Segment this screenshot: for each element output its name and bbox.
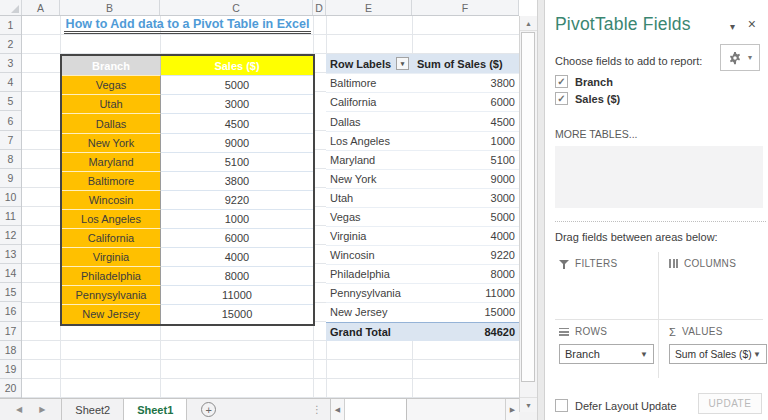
- row-header[interactable]: 15: [0, 283, 21, 302]
- pivot-label-cell[interactable]: Baltimore: [326, 74, 412, 92]
- sales-cell[interactable]: 9000: [161, 133, 313, 152]
- horizontal-scrollbar-track[interactable]: [407, 399, 505, 420]
- rows-field-dropdown[interactable]: Branch ▼: [559, 344, 654, 364]
- sales-cell[interactable]: 5000: [161, 75, 313, 94]
- row-header[interactable]: 18: [0, 341, 21, 360]
- branch-cell[interactable]: Baltimore: [62, 171, 161, 190]
- pivot-value-cell[interactable]: 9000: [412, 170, 519, 188]
- branch-cell[interactable]: Dallas: [62, 113, 161, 132]
- sales-cell[interactable]: 4000: [161, 247, 313, 266]
- next-sheet-icon[interactable]: ▶: [39, 405, 45, 414]
- update-button[interactable]: UPDATE: [698, 393, 762, 414]
- sales-cell[interactable]: 15000: [161, 304, 313, 323]
- row-header[interactable]: 13: [0, 245, 21, 264]
- row-header[interactable]: 10: [0, 188, 21, 207]
- sales-cell[interactable]: 5100: [161, 152, 313, 171]
- grand-total-value-cell[interactable]: 84620: [412, 323, 519, 341]
- sales-cell[interactable]: 3000: [161, 94, 313, 113]
- pivot-label-cell[interactable]: Los Angeles: [326, 132, 412, 150]
- pivot-value-cell[interactable]: 8000: [412, 265, 519, 283]
- horizontal-scrollbar[interactable]: ◀ ▶: [330, 399, 519, 420]
- branch-checkbox[interactable]: ✓: [555, 75, 568, 88]
- field-item-branch[interactable]: ✓ Branch: [555, 73, 620, 90]
- pivot-label-cell[interactable]: Dallas: [326, 112, 412, 130]
- pivot-label-cell[interactable]: Utah: [326, 189, 412, 207]
- pivot-label-cell[interactable]: Wincosin: [326, 246, 412, 264]
- branch-cell[interactable]: Pennysylvania: [62, 285, 161, 304]
- sales-cell[interactable]: 6000: [161, 228, 313, 247]
- row-header[interactable]: 9: [0, 169, 21, 188]
- branch-cell[interactable]: Maryland: [62, 152, 161, 171]
- columns-area[interactable]: COLUMNS: [659, 252, 763, 320]
- row-header[interactable]: 16: [0, 302, 21, 321]
- row-header[interactable]: 14: [0, 264, 21, 283]
- branch-cell[interactable]: California: [62, 228, 161, 247]
- branch-cell[interactable]: Wincosin: [62, 190, 161, 209]
- sales-cell[interactable]: 8000: [161, 266, 313, 285]
- column-header-d[interactable]: D: [313, 0, 326, 15]
- row-header[interactable]: 2: [0, 35, 21, 54]
- prev-sheet-icon[interactable]: ◀: [16, 405, 22, 414]
- column-header-a[interactable]: A: [22, 0, 60, 15]
- row-labels-filter-button[interactable]: ▾: [396, 57, 409, 70]
- worksheet-title-cell[interactable]: How to Add data to a Pivot Table in Exce…: [60, 17, 315, 36]
- pivot-value-cell[interactable]: 6000: [412, 93, 519, 111]
- field-item-sales[interactable]: ✓ Sales ($): [555, 90, 620, 107]
- pivot-value-cell[interactable]: 5000: [412, 208, 519, 226]
- tab-scrollbar-splitter[interactable]: ⋮: [312, 404, 330, 415]
- pivot-value-cell[interactable]: 3800: [412, 74, 519, 92]
- row-header[interactable]: 7: [0, 131, 21, 150]
- column-header-c[interactable]: C: [160, 0, 313, 15]
- vertical-scrollbar[interactable]: ▲ ▼: [519, 16, 537, 412]
- pivot-label-cell[interactable]: Maryland: [326, 151, 412, 169]
- branch-cell[interactable]: New Jersey: [62, 304, 161, 323]
- pivot-row-labels-header[interactable]: Row Labels ▾: [326, 54, 412, 73]
- scroll-down-icon[interactable]: ▼: [520, 397, 537, 412]
- pane-splitter[interactable]: [537, 0, 545, 420]
- row-header[interactable]: 1: [0, 16, 21, 35]
- pivot-label-cell[interactable]: California: [326, 93, 412, 111]
- values-area[interactable]: Σ VALUES Sum of Sales ($) ▼: [659, 320, 763, 378]
- pivot-value-cell[interactable]: 11000: [412, 284, 519, 302]
- row-header[interactable]: 6: [0, 111, 21, 130]
- scroll-left-icon[interactable]: ◀: [331, 399, 345, 420]
- pivot-label-cell[interactable]: Vegas: [326, 208, 412, 226]
- row-header[interactable]: 11: [0, 207, 21, 226]
- column-header-e[interactable]: E: [326, 0, 412, 15]
- branch-cell[interactable]: Philadelphia: [62, 266, 161, 285]
- pivot-value-cell[interactable]: 3000: [412, 189, 519, 207]
- pivot-label-cell[interactable]: Pennysylvania: [326, 284, 412, 302]
- sales-cell[interactable]: 11000: [161, 285, 313, 304]
- pivot-value-cell[interactable]: 4500: [412, 112, 519, 130]
- tab-sheet2[interactable]: Sheet2: [62, 399, 124, 420]
- pane-options-icon[interactable]: ▾: [730, 21, 735, 32]
- branch-cell[interactable]: Utah: [62, 94, 161, 113]
- new-sheet-icon[interactable]: +: [201, 402, 216, 417]
- tools-button[interactable]: ▾: [720, 44, 760, 71]
- row-header[interactable]: 8: [0, 150, 21, 169]
- column-header-b[interactable]: B: [60, 0, 160, 15]
- vertical-scrollbar-thumb[interactable]: [521, 32, 535, 382]
- column-header-f[interactable]: F: [412, 0, 519, 15]
- pivot-value-cell[interactable]: 15000: [412, 303, 519, 321]
- pivot-value-cell[interactable]: 1000: [412, 132, 519, 150]
- row-header[interactable]: 5: [0, 92, 21, 111]
- row-header[interactable]: 20: [0, 379, 21, 398]
- filters-area[interactable]: FILTERS: [555, 252, 659, 320]
- pivot-value-cell[interactable]: 4000: [412, 227, 519, 245]
- defer-layout-checkbox[interactable]: [555, 399, 568, 412]
- branch-cell[interactable]: Vegas: [62, 75, 161, 94]
- branch-cell[interactable]: Los Angeles: [62, 209, 161, 228]
- grand-total-label-cell[interactable]: Grand Total: [326, 323, 412, 341]
- branch-header-cell[interactable]: Branch: [62, 56, 161, 75]
- tab-sheet1[interactable]: Sheet1: [124, 399, 187, 420]
- scroll-right-icon[interactable]: ▶: [505, 399, 519, 420]
- sales-cell[interactable]: 4500: [161, 113, 313, 132]
- pivot-value-cell[interactable]: 5100: [412, 151, 519, 169]
- pivot-value-cell[interactable]: 9220: [412, 246, 519, 264]
- more-tables-link[interactable]: MORE TABLES...: [555, 128, 637, 140]
- pivot-label-cell[interactable]: New York: [326, 170, 412, 188]
- sales-checkbox[interactable]: ✓: [555, 92, 568, 105]
- pivot-label-cell[interactable]: Virginia: [326, 227, 412, 245]
- branch-cell[interactable]: New York: [62, 133, 161, 152]
